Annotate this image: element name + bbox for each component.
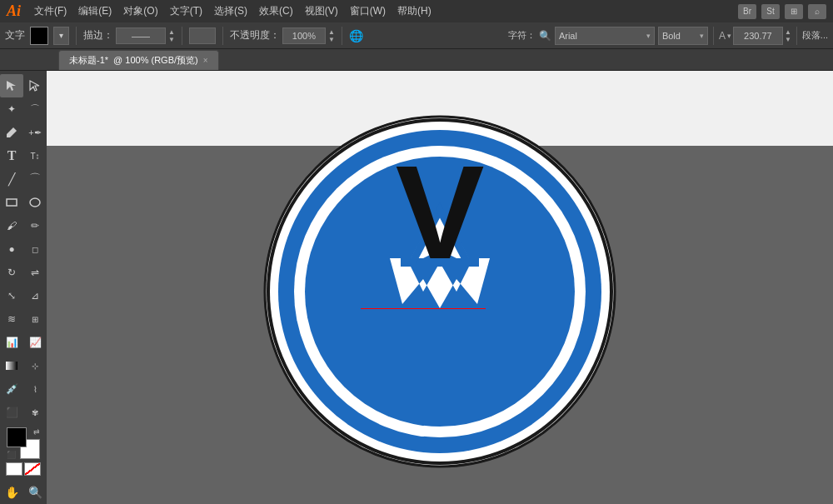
menu-view[interactable]: 视图(V) — [300, 2, 343, 20]
tool-label: 文字 — [5, 28, 25, 42]
menu-object[interactable]: 对象(O) — [118, 2, 162, 20]
tab-info: @ 100% (RGB/预览) — [113, 54, 198, 67]
opacity-value-field[interactable]: 100% — [282, 27, 326, 44]
toolbar: ✦ ⌒ +✒ T T↕ ╱ ⌒ — [0, 71, 47, 504]
stroke-arrows[interactable]: ▲ ▼ — [168, 28, 175, 43]
zoom-tool-btn[interactable]: 🔍 — [23, 481, 47, 504]
line-segment-btn[interactable]: ╱ — [0, 167, 23, 191]
free-transform-btn[interactable]: ⊞ — [23, 307, 47, 331]
tool-row-10: ⤡ ⊿ — [0, 284, 47, 307]
stroke-value[interactable]: —— — [116, 27, 166, 44]
rotate-btn[interactable]: ↻ — [0, 261, 23, 284]
color-swatches: ⇄ ⬛ ✋ 🔍 — [0, 424, 47, 504]
tab-close-button[interactable]: × — [203, 56, 208, 65]
separator-2 — [182, 27, 182, 45]
scale-btn[interactable]: ⤡ — [0, 284, 23, 307]
shear-btn[interactable]: ⊿ — [23, 284, 47, 307]
blend-btn[interactable]: ⬛ — [0, 401, 23, 424]
character-label: 字符： — [508, 29, 536, 42]
menu-window[interactable]: 窗口(W) — [345, 2, 391, 20]
separator-5 — [713, 27, 714, 45]
foreground-color-swatch[interactable] — [7, 427, 27, 447]
stock-icon[interactable]: St — [761, 4, 780, 19]
arc-btn[interactable]: ⌒ — [23, 167, 47, 191]
magic-wand-btn[interactable]: ✦ — [0, 97, 23, 121]
tab-bar: 未标题-1* @ 100% (RGB/预览) × — [0, 49, 833, 71]
globe-icon[interactable]: 🌐 — [349, 29, 363, 42]
tool-row-hand-zoom: ✋ 🔍 — [0, 481, 47, 504]
vw-logo-svg — [261, 112, 619, 471]
font-name-dropdown[interactable]: Arial ▾ — [555, 27, 655, 45]
svg-rect-2 — [6, 362, 17, 370]
character-icon: 🔍 — [539, 30, 551, 42]
separator-3 — [222, 27, 223, 45]
selection-tool-btn[interactable] — [0, 74, 23, 97]
tool-row-5: ╱ ⌒ — [0, 167, 47, 191]
tool-row-11: ≋ ⊞ — [0, 307, 47, 331]
svg-point-1 — [30, 198, 40, 207]
separator-6 — [796, 27, 797, 45]
bridge-icon[interactable]: Br — [738, 4, 756, 19]
menu-effect[interactable]: 效果(C) — [254, 2, 298, 20]
rectangle-btn[interactable] — [0, 191, 23, 214]
menu-help[interactable]: 帮助(H) — [392, 2, 436, 20]
opacity-arrows[interactable]: ▲▼ — [328, 28, 335, 43]
svg-rect-0 — [7, 199, 17, 206]
graph-btn[interactable]: 📊 — [0, 331, 23, 354]
paintbrush-btn[interactable]: 🖌 — [0, 214, 23, 237]
reset-colors-icon[interactable]: ⬛ — [7, 451, 16, 459]
stroke-width-field[interactable] — [189, 27, 216, 44]
stroke-option: 描边： —— ▲ ▼ — [83, 27, 175, 44]
grid-icon[interactable]: ⊞ — [785, 4, 803, 19]
menu-type[interactable]: 文字(T) — [165, 2, 207, 20]
pencil-btn[interactable]: ✏ — [23, 214, 47, 237]
stroke-label: 描边： — [83, 28, 113, 42]
blob-brush-btn[interactable]: ● — [0, 237, 23, 261]
ellipse-btn[interactable] — [23, 191, 47, 214]
hand-tool-btn[interactable]: ✋ — [0, 481, 23, 504]
no-fill-swatch[interactable] — [24, 462, 41, 476]
tool-row-3: +✒ — [0, 121, 47, 144]
measure-btn[interactable]: ⌇ — [23, 377, 47, 401]
warp-btn[interactable]: ≋ — [0, 307, 23, 331]
pen-tool-btn[interactable] — [0, 121, 23, 144]
tool-row-6 — [0, 191, 47, 214]
vw-logo-container[interactable]: V — [261, 112, 619, 473]
reflect-btn[interactable]: ⇌ — [23, 261, 47, 284]
tab-title: 未标题-1* — [69, 54, 108, 67]
symbol-btn[interactable]: ✾ — [23, 401, 47, 424]
paragraph-label: 段落... — [802, 29, 828, 42]
fill-color-swatch[interactable] — [30, 27, 48, 45]
type-tool-btn[interactable]: T — [0, 144, 23, 167]
separator-1 — [76, 27, 77, 45]
eraser-btn[interactable]: ◻ — [23, 237, 47, 261]
lasso-btn[interactable]: ⌒ — [23, 97, 47, 121]
tool-row-14: 💉 ⌇ — [0, 377, 47, 401]
fill-dropdown[interactable] — [53, 27, 69, 45]
opacity-control: 不透明度： 100% ▲▼ — [230, 27, 335, 44]
canvas-area[interactable]: V — [47, 71, 833, 504]
ai-logo: Ai — [7, 2, 21, 20]
font-style-dropdown[interactable]: Bold ▾ — [658, 27, 708, 45]
swap-colors-icon[interactable]: ⇄ — [33, 427, 40, 436]
menu-file[interactable]: 文件(F) — [29, 2, 72, 20]
font-size-field[interactable]: 230.77 — [733, 27, 783, 45]
direct-selection-tool-btn[interactable] — [23, 74, 47, 97]
search-ext-icon[interactable]: ⌕ — [808, 4, 826, 19]
vertical-type-btn[interactable]: T↕ — [23, 144, 47, 167]
mesh-btn[interactable]: ⊹ — [23, 354, 47, 377]
gradient-btn[interactable] — [0, 354, 23, 377]
eyedropper-btn[interactable]: 💉 — [0, 377, 23, 401]
main-layout: ✦ ⌒ +✒ T T↕ ╱ ⌒ — [0, 71, 833, 504]
menu-edit[interactable]: 编辑(E) — [73, 2, 117, 20]
tool-row-8: ● ◻ — [0, 237, 47, 261]
menu-select[interactable]: 选择(S) — [209, 2, 252, 20]
white-fill-swatch[interactable] — [6, 462, 22, 476]
graph2-btn[interactable]: 📈 — [23, 331, 47, 354]
font-size-arrows[interactable]: ▲▼ — [785, 28, 791, 43]
menu-bar: 文件(F) 编辑(E) 对象(O) 文字(T) 选择(S) 效果(C) 视图(V… — [29, 2, 436, 20]
document-tab[interactable]: 未标题-1* @ 100% (RGB/预览) × — [58, 50, 219, 70]
tool-row-2: ✦ ⌒ — [0, 97, 47, 121]
fg-bg-colors: ⇄ ⬛ — [7, 427, 40, 459]
add-anchor-btn[interactable]: +✒ — [23, 121, 47, 144]
